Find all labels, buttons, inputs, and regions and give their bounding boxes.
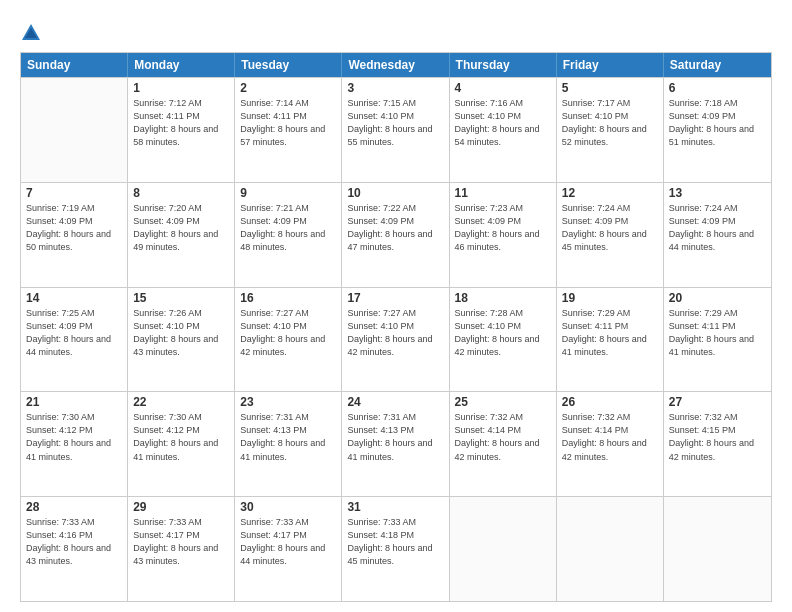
day-info: Sunrise: 7:27 AM Sunset: 4:10 PM Dayligh… xyxy=(240,307,336,359)
calendar-body: 1Sunrise: 7:12 AM Sunset: 4:11 PM Daylig… xyxy=(21,77,771,601)
header-day-friday: Friday xyxy=(557,53,664,77)
day-number: 18 xyxy=(455,291,551,305)
calendar-cell: 24Sunrise: 7:31 AM Sunset: 4:13 PM Dayli… xyxy=(342,392,449,496)
day-number: 23 xyxy=(240,395,336,409)
calendar-cell: 22Sunrise: 7:30 AM Sunset: 4:12 PM Dayli… xyxy=(128,392,235,496)
header-day-thursday: Thursday xyxy=(450,53,557,77)
header-day-tuesday: Tuesday xyxy=(235,53,342,77)
calendar-cell: 20Sunrise: 7:29 AM Sunset: 4:11 PM Dayli… xyxy=(664,288,771,392)
day-info: Sunrise: 7:32 AM Sunset: 4:14 PM Dayligh… xyxy=(455,411,551,463)
day-info: Sunrise: 7:33 AM Sunset: 4:18 PM Dayligh… xyxy=(347,516,443,568)
calendar-cell: 31Sunrise: 7:33 AM Sunset: 4:18 PM Dayli… xyxy=(342,497,449,601)
header-day-sunday: Sunday xyxy=(21,53,128,77)
day-number: 31 xyxy=(347,500,443,514)
day-number: 11 xyxy=(455,186,551,200)
calendar-cell: 9Sunrise: 7:21 AM Sunset: 4:09 PM Daylig… xyxy=(235,183,342,287)
day-info: Sunrise: 7:19 AM Sunset: 4:09 PM Dayligh… xyxy=(26,202,122,254)
day-info: Sunrise: 7:25 AM Sunset: 4:09 PM Dayligh… xyxy=(26,307,122,359)
day-info: Sunrise: 7:29 AM Sunset: 4:11 PM Dayligh… xyxy=(669,307,766,359)
day-number: 24 xyxy=(347,395,443,409)
day-number: 9 xyxy=(240,186,336,200)
day-info: Sunrise: 7:23 AM Sunset: 4:09 PM Dayligh… xyxy=(455,202,551,254)
day-info: Sunrise: 7:16 AM Sunset: 4:10 PM Dayligh… xyxy=(455,97,551,149)
calendar-cell: 3Sunrise: 7:15 AM Sunset: 4:10 PM Daylig… xyxy=(342,78,449,182)
day-info: Sunrise: 7:17 AM Sunset: 4:10 PM Dayligh… xyxy=(562,97,658,149)
calendar-cell: 12Sunrise: 7:24 AM Sunset: 4:09 PM Dayli… xyxy=(557,183,664,287)
calendar-cell: 2Sunrise: 7:14 AM Sunset: 4:11 PM Daylig… xyxy=(235,78,342,182)
day-number: 7 xyxy=(26,186,122,200)
day-number: 30 xyxy=(240,500,336,514)
day-info: Sunrise: 7:33 AM Sunset: 4:17 PM Dayligh… xyxy=(240,516,336,568)
header-day-wednesday: Wednesday xyxy=(342,53,449,77)
calendar-cell: 29Sunrise: 7:33 AM Sunset: 4:17 PM Dayli… xyxy=(128,497,235,601)
calendar-cell: 14Sunrise: 7:25 AM Sunset: 4:09 PM Dayli… xyxy=(21,288,128,392)
calendar-cell: 30Sunrise: 7:33 AM Sunset: 4:17 PM Dayli… xyxy=(235,497,342,601)
calendar-cell: 1Sunrise: 7:12 AM Sunset: 4:11 PM Daylig… xyxy=(128,78,235,182)
calendar-cell: 18Sunrise: 7:28 AM Sunset: 4:10 PM Dayli… xyxy=(450,288,557,392)
calendar-cell: 10Sunrise: 7:22 AM Sunset: 4:09 PM Dayli… xyxy=(342,183,449,287)
day-number: 6 xyxy=(669,81,766,95)
day-number: 25 xyxy=(455,395,551,409)
day-info: Sunrise: 7:21 AM Sunset: 4:09 PM Dayligh… xyxy=(240,202,336,254)
calendar-cell xyxy=(21,78,128,182)
calendar-cell xyxy=(450,497,557,601)
calendar-row-4: 21Sunrise: 7:30 AM Sunset: 4:12 PM Dayli… xyxy=(21,391,771,496)
calendar-cell: 15Sunrise: 7:26 AM Sunset: 4:10 PM Dayli… xyxy=(128,288,235,392)
day-info: Sunrise: 7:31 AM Sunset: 4:13 PM Dayligh… xyxy=(240,411,336,463)
calendar-cell: 25Sunrise: 7:32 AM Sunset: 4:14 PM Dayli… xyxy=(450,392,557,496)
calendar-cell xyxy=(557,497,664,601)
day-info: Sunrise: 7:32 AM Sunset: 4:14 PM Dayligh… xyxy=(562,411,658,463)
day-info: Sunrise: 7:14 AM Sunset: 4:11 PM Dayligh… xyxy=(240,97,336,149)
day-info: Sunrise: 7:24 AM Sunset: 4:09 PM Dayligh… xyxy=(562,202,658,254)
day-info: Sunrise: 7:32 AM Sunset: 4:15 PM Dayligh… xyxy=(669,411,766,463)
calendar-cell: 17Sunrise: 7:27 AM Sunset: 4:10 PM Dayli… xyxy=(342,288,449,392)
header xyxy=(20,18,772,44)
day-info: Sunrise: 7:33 AM Sunset: 4:17 PM Dayligh… xyxy=(133,516,229,568)
calendar-row-2: 7Sunrise: 7:19 AM Sunset: 4:09 PM Daylig… xyxy=(21,182,771,287)
calendar-cell: 7Sunrise: 7:19 AM Sunset: 4:09 PM Daylig… xyxy=(21,183,128,287)
calendar-cell: 6Sunrise: 7:18 AM Sunset: 4:09 PM Daylig… xyxy=(664,78,771,182)
day-number: 12 xyxy=(562,186,658,200)
calendar-cell: 21Sunrise: 7:30 AM Sunset: 4:12 PM Dayli… xyxy=(21,392,128,496)
day-info: Sunrise: 7:15 AM Sunset: 4:10 PM Dayligh… xyxy=(347,97,443,149)
day-number: 10 xyxy=(347,186,443,200)
header-day-saturday: Saturday xyxy=(664,53,771,77)
calendar-header: SundayMondayTuesdayWednesdayThursdayFrid… xyxy=(21,53,771,77)
day-number: 13 xyxy=(669,186,766,200)
calendar-cell: 11Sunrise: 7:23 AM Sunset: 4:09 PM Dayli… xyxy=(450,183,557,287)
page: SundayMondayTuesdayWednesdayThursdayFrid… xyxy=(0,0,792,612)
day-info: Sunrise: 7:24 AM Sunset: 4:09 PM Dayligh… xyxy=(669,202,766,254)
day-number: 4 xyxy=(455,81,551,95)
calendar-row-3: 14Sunrise: 7:25 AM Sunset: 4:09 PM Dayli… xyxy=(21,287,771,392)
day-info: Sunrise: 7:27 AM Sunset: 4:10 PM Dayligh… xyxy=(347,307,443,359)
calendar-row-1: 1Sunrise: 7:12 AM Sunset: 4:11 PM Daylig… xyxy=(21,77,771,182)
day-info: Sunrise: 7:26 AM Sunset: 4:10 PM Dayligh… xyxy=(133,307,229,359)
day-info: Sunrise: 7:28 AM Sunset: 4:10 PM Dayligh… xyxy=(455,307,551,359)
day-info: Sunrise: 7:22 AM Sunset: 4:09 PM Dayligh… xyxy=(347,202,443,254)
day-number: 16 xyxy=(240,291,336,305)
calendar-cell: 8Sunrise: 7:20 AM Sunset: 4:09 PM Daylig… xyxy=(128,183,235,287)
logo xyxy=(20,22,46,44)
day-number: 1 xyxy=(133,81,229,95)
day-number: 19 xyxy=(562,291,658,305)
day-number: 27 xyxy=(669,395,766,409)
day-number: 2 xyxy=(240,81,336,95)
calendar-cell: 19Sunrise: 7:29 AM Sunset: 4:11 PM Dayli… xyxy=(557,288,664,392)
header-day-monday: Monday xyxy=(128,53,235,77)
calendar-row-5: 28Sunrise: 7:33 AM Sunset: 4:16 PM Dayli… xyxy=(21,496,771,601)
logo-icon xyxy=(20,22,42,44)
calendar-cell: 4Sunrise: 7:16 AM Sunset: 4:10 PM Daylig… xyxy=(450,78,557,182)
day-number: 3 xyxy=(347,81,443,95)
day-number: 29 xyxy=(133,500,229,514)
day-number: 14 xyxy=(26,291,122,305)
calendar-cell: 13Sunrise: 7:24 AM Sunset: 4:09 PM Dayli… xyxy=(664,183,771,287)
calendar-cell: 28Sunrise: 7:33 AM Sunset: 4:16 PM Dayli… xyxy=(21,497,128,601)
day-info: Sunrise: 7:31 AM Sunset: 4:13 PM Dayligh… xyxy=(347,411,443,463)
calendar-cell: 16Sunrise: 7:27 AM Sunset: 4:10 PM Dayli… xyxy=(235,288,342,392)
calendar-cell: 27Sunrise: 7:32 AM Sunset: 4:15 PM Dayli… xyxy=(664,392,771,496)
calendar-cell: 26Sunrise: 7:32 AM Sunset: 4:14 PM Dayli… xyxy=(557,392,664,496)
day-info: Sunrise: 7:30 AM Sunset: 4:12 PM Dayligh… xyxy=(26,411,122,463)
day-info: Sunrise: 7:18 AM Sunset: 4:09 PM Dayligh… xyxy=(669,97,766,149)
day-number: 8 xyxy=(133,186,229,200)
day-number: 21 xyxy=(26,395,122,409)
